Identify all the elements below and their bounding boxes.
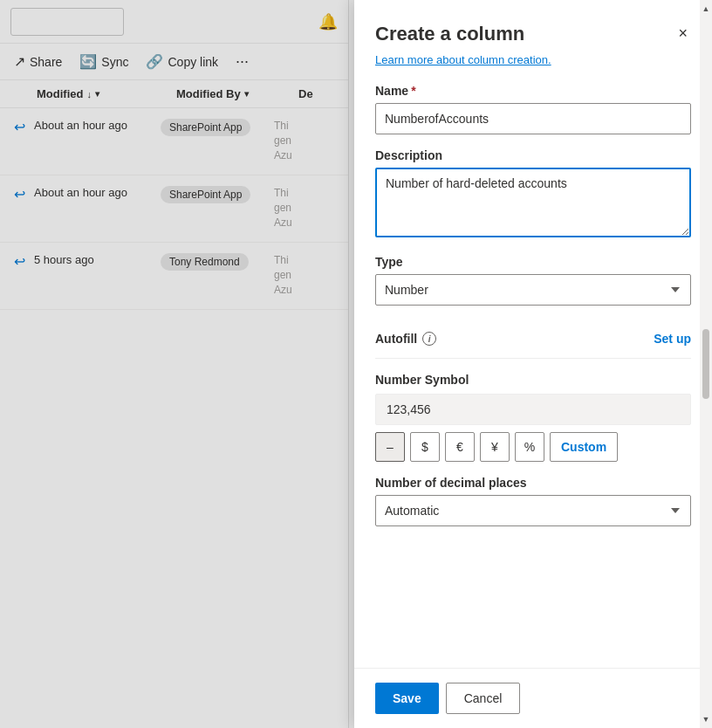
decimal-label: Number of decimal places <box>375 476 691 490</box>
create-column-panel: Create a column × Learn more about colum… <box>354 0 712 728</box>
autofill-row: Autofill i Set up <box>375 319 691 359</box>
symbol-options: – $ € ¥ % Custom <box>375 432 691 462</box>
number-symbol-label: Number Symbol <box>375 373 691 387</box>
scrollbar[interactable]: ▲ ▼ <box>700 0 712 728</box>
symbol-percent-button[interactable]: % <box>515 432 544 462</box>
type-select[interactable]: Number Single line of text Multiple line… <box>375 274 691 306</box>
cancel-button[interactable]: Cancel <box>446 683 521 714</box>
autofill-info-icon[interactable]: i <box>422 332 436 346</box>
symbol-yen-button[interactable]: ¥ <box>480 432 510 462</box>
name-label: Name * <box>375 84 691 98</box>
panel-title-row: Create a column × <box>375 21 691 46</box>
description-label: Description <box>375 148 691 162</box>
symbol-custom-button[interactable]: Custom <box>550 432 618 462</box>
required-indicator: * <box>411 84 415 98</box>
symbol-dollar-button[interactable]: $ <box>410 432 440 462</box>
name-field-group: Name * <box>375 84 691 134</box>
decimal-field-group: Number of decimal places Automatic 0 1 2… <box>375 476 691 526</box>
type-label: Type <box>375 255 691 269</box>
description-input[interactable]: Number of hard-deleted accounts <box>375 168 691 237</box>
panel-footer: Save Cancel <box>354 668 712 728</box>
decimal-select[interactable]: Automatic 0 1 2 3 4 5 <box>375 495 691 526</box>
scroll-thumb[interactable] <box>702 329 709 399</box>
scroll-up-arrow[interactable]: ▲ <box>700 2 712 16</box>
name-input[interactable] <box>375 103 691 134</box>
type-field-group: Type Number Single line of text Multiple… <box>375 255 691 306</box>
close-button[interactable]: × <box>674 21 691 46</box>
panel-body: Name * Description Number of hard-delete… <box>354 84 712 668</box>
number-symbol-group: Number Symbol 123,456 – $ € ¥ % Custom <box>375 373 691 462</box>
save-button[interactable]: Save <box>375 683 439 714</box>
autofill-label: Autofill i <box>375 332 436 346</box>
number-symbol-display: 123,456 <box>375 394 691 425</box>
scroll-down-arrow[interactable]: ▼ <box>700 712 712 726</box>
description-field-group: Description Number of hard-deleted accou… <box>375 148 691 241</box>
panel-header: Create a column × Learn more about colum… <box>354 0 712 84</box>
symbol-dash-button[interactable]: – <box>375 432 405 462</box>
symbol-euro-button[interactable]: € <box>445 432 475 462</box>
panel-title: Create a column <box>375 23 524 45</box>
learn-more-link[interactable]: Learn more about column creation. <box>375 53 691 66</box>
autofill-setup-button[interactable]: Set up <box>654 332 691 346</box>
